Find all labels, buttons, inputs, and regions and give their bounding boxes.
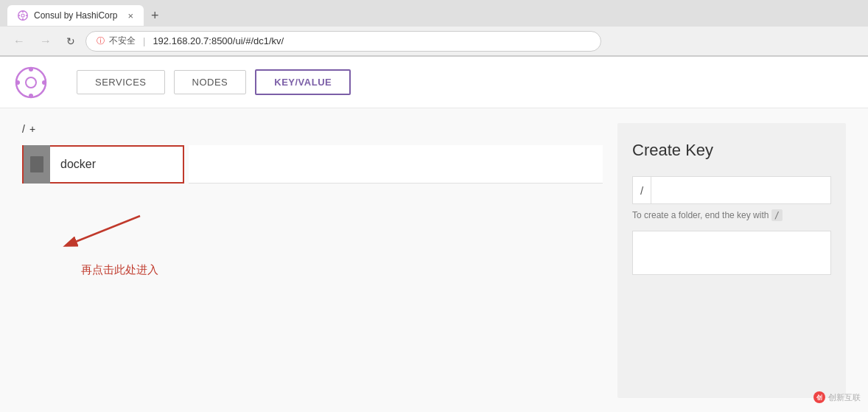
svg-point-2: [22, 11, 24, 13]
svg-point-4: [18, 15, 20, 16]
consul-logo-icon: [15, 66, 47, 99]
kv-item-input[interactable]: [189, 145, 603, 184]
app-container: SERVICES NODES KEY/VALUE / + docker: [0, 57, 868, 412]
key-name-input[interactable]: [651, 184, 830, 196]
svg-line-13: [66, 216, 140, 245]
annotation-area: 再点击此处进入: [22, 206, 603, 277]
kv-item-label: docker: [50, 158, 106, 171]
browser-chrome: Consul by HashiCorp × + ← → ↻ ⓘ 不安全 | 19…: [0, 0, 868, 57]
main-content: / + docker: [0, 108, 868, 412]
svg-point-1: [21, 14, 24, 17]
left-panel: / + docker: [22, 123, 603, 398]
new-tab-button[interactable]: +: [144, 8, 167, 24]
breadcrumb-slash: /: [22, 123, 25, 135]
nodes-nav-button[interactable]: NODES: [174, 70, 247, 94]
security-label: 不安全: [109, 35, 136, 47]
breadcrumb-plus[interactable]: +: [29, 123, 35, 135]
key-slash-prefix: /: [633, 177, 651, 203]
address-text: 192.168.20.7:8500/ui/#/dc1/kv/: [153, 35, 284, 46]
svg-point-8: [29, 67, 33, 71]
svg-point-3: [22, 18, 24, 20]
watermark: 创 创新互联: [813, 391, 861, 403]
tab-close-button[interactable]: ×: [127, 10, 133, 21]
tab-title: Consul by HashiCorp: [34, 10, 117, 21]
svg-point-6: [16, 68, 46, 97]
annotation-text: 再点击此处进入: [81, 263, 603, 277]
key-input-row: /: [632, 176, 831, 204]
app-header: SERVICES NODES KEY/VALUE: [0, 57, 868, 108]
svg-point-11: [42, 80, 46, 85]
value-textarea[interactable]: [632, 231, 831, 275]
kv-list: docker: [22, 145, 603, 184]
key-hint: To create a folder, end the key with /: [632, 210, 831, 220]
svg-point-7: [26, 77, 36, 88]
address-input[interactable]: ⓘ 不安全 | 192.168.20.7:8500/ui/#/dc1/kv/: [85, 31, 601, 52]
watermark-logo-icon: 创: [813, 391, 825, 403]
create-key-title: Create Key: [632, 141, 831, 160]
right-panel: Create Key / To create a folder, end the…: [617, 123, 846, 398]
nav-buttons: SERVICES NODES KEY/VALUE: [77, 69, 351, 95]
security-icon: ⓘ: [97, 35, 105, 46]
address-bar: ← → ↻ ⓘ 不安全 | 192.168.20.7:8500/ui/#/dc1…: [0, 27, 868, 56]
breadcrumb: / +: [22, 123, 603, 135]
forward-button[interactable]: →: [35, 33, 56, 49]
svg-point-9: [29, 94, 33, 98]
watermark-text: 创新互联: [828, 392, 861, 403]
keyvalue-nav-button[interactable]: KEY/VALUE: [255, 69, 351, 95]
active-tab[interactable]: Consul by HashiCorp ×: [7, 5, 144, 26]
svg-point-10: [15, 80, 20, 85]
folder-icon-inner: [30, 156, 43, 172]
back-button[interactable]: ←: [9, 33, 29, 49]
reload-button[interactable]: ↻: [62, 34, 80, 49]
logo-container: [15, 66, 47, 99]
favicon-icon: [18, 10, 28, 21]
svg-point-5: [26, 15, 27, 16]
tab-bar: Consul by HashiCorp × +: [0, 0, 868, 27]
services-nav-button[interactable]: SERVICES: [77, 70, 165, 94]
kv-item-folder-icon: [24, 145, 50, 184]
arrow-svg: [22, 209, 169, 253]
kv-item-docker[interactable]: docker: [22, 145, 184, 184]
